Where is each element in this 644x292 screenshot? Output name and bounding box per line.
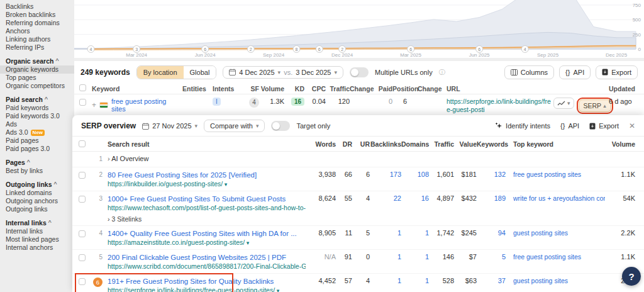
sidebar-item-ads[interactable]: Ads (0, 120, 74, 128)
col-value[interactable]: Value (454, 140, 477, 148)
col-backlinks[interactable]: Backlinks (370, 140, 401, 148)
sidebar-group-header[interactable]: Organic search ^ (0, 57, 74, 65)
chevron-down-icon[interactable]: ▾ (275, 288, 279, 292)
col-dr[interactable]: DR (336, 140, 352, 148)
domains-link[interactable]: 1 (401, 277, 429, 284)
col-traffic[interactable]: Traffic (429, 140, 454, 148)
col-sf[interactable]: SF (242, 85, 259, 93)
date-range-picker[interactable]: 4 Dec 2025 ▾ vs. 3 Dec 2025 ▾ (223, 66, 343, 79)
sidebar-group-header[interactable]: Outgoing links ^ (0, 181, 74, 189)
backlinks-link[interactable]: 1 (370, 277, 401, 284)
domains-link[interactable]: 16 (401, 194, 429, 202)
serp-export-button[interactable]: Export (589, 122, 619, 130)
col-top-keyword[interactable]: Top keyword (506, 140, 605, 148)
keywords-link[interactable]: 94 (477, 229, 506, 237)
sidebar-item-anchors[interactable]: Anchors (0, 27, 74, 35)
sidebar-item-organic-keywords[interactable]: Organic keywords (0, 65, 74, 74)
api-button[interactable]: {} API (559, 65, 591, 79)
sidebar-item-most-linked-pages[interactable]: Most linked pages (0, 235, 74, 244)
row-checkbox[interactable] (79, 172, 86, 179)
keywords-link[interactable]: 132 (477, 171, 506, 178)
sidebar-item-internal-links[interactable]: Internal links (0, 227, 74, 235)
add-icon[interactable]: + (92, 101, 96, 110)
col-ur[interactable]: UR (352, 140, 370, 148)
col-keyword[interactable]: Keyword (92, 85, 182, 93)
col-paid[interactable]: Paid (372, 85, 392, 93)
sidebar-item-broken-backlinks[interactable]: Broken backlinks (0, 11, 74, 19)
col-intents[interactable]: Intents (213, 85, 242, 93)
col-change[interactable]: Change (350, 85, 372, 93)
position-history-button[interactable]: ▾ (553, 98, 574, 109)
sidebar-item-linked-domains[interactable]: Linked domains (0, 189, 74, 197)
result-url-link[interactable]: https://linkbuilder.io/guest-posting-sit… (108, 180, 223, 188)
sidebar-item-outgoing-anchors[interactable]: Outgoing anchors (0, 197, 74, 205)
result-url-link[interactable]: https://www.techasoft.com/post/list-of-g… (108, 204, 306, 211)
col-position[interactable]: Position (392, 85, 418, 93)
sidebar-item-paid-keywords-3-0[interactable]: Paid keywords 3.0 (0, 112, 74, 120)
sidebar-item-internal-anchors[interactable]: Internal anchors (0, 244, 74, 252)
identify-intents-button[interactable]: Identify intents (495, 122, 550, 130)
col-volume[interactable]: Volume (605, 140, 635, 148)
result-url-link[interactable]: https://www.scribd.com/document/86589881… (108, 262, 306, 270)
top-keyword-link[interactable]: free guest posting sites (506, 253, 605, 261)
top-keyword-link[interactable]: free guest posting sites (506, 171, 605, 178)
by-location-tab[interactable]: By location (137, 66, 184, 79)
sidebar-item-paid-keywords[interactable]: Paid keywords (0, 104, 74, 112)
result-url-link[interactable]: https://amazeinstitute.co.in/guest-posti… (108, 239, 245, 246)
backlinks-link[interactable]: 1 (370, 229, 401, 237)
sidebar-item-linking-authors[interactable]: Linking authors (0, 35, 74, 43)
sidebar-item-paid-pages-3-0[interactable]: Paid pages 3.0 (0, 145, 74, 153)
sidebar-item-outgoing-links[interactable]: Outgoing links (0, 205, 74, 213)
col-words[interactable]: Words (306, 140, 336, 148)
sidebar-item-ads-3-0[interactable]: Ads 3.0New (0, 128, 74, 137)
top-keyword-link[interactable]: guest posting sites (506, 229, 605, 237)
top-keyword-link[interactable]: guest posting sites (506, 277, 605, 284)
keywords-link[interactable]: 37 (477, 277, 506, 284)
col-traffic[interactable]: Traffic (326, 85, 350, 93)
sidebar-item-backlinks[interactable]: Backlinks (0, 3, 74, 11)
close-icon[interactable]: ✕ (629, 121, 635, 130)
result-title-link[interactable]: 80 Free Guest Posting Sites for 2025 [Ve… (108, 171, 306, 179)
col-domains[interactable]: Domains (401, 140, 429, 148)
sidebar-item-referring-domains[interactable]: Referring domains (0, 19, 74, 27)
serp-api-button[interactable]: {} API (560, 122, 579, 130)
chevron-down-icon[interactable]: ▾ (245, 240, 249, 246)
result-url-link[interactable]: https://serpforge.io/link-buildings/free… (447, 98, 551, 113)
ai-overview-label[interactable]: AI Overview (111, 155, 148, 162)
domains-link[interactable]: 1 (401, 253, 429, 261)
columns-button[interactable]: Columns (504, 65, 554, 79)
multiple-urls-toggle[interactable] (350, 67, 369, 77)
col-entities[interactable]: Entities (182, 85, 213, 93)
compare-with-button[interactable]: Compare with ▾ (204, 120, 265, 132)
col-kd[interactable]: KD (284, 85, 304, 93)
result-title-link[interactable]: 1000+ Free Guest Posting Sites To Submit… (108, 194, 306, 203)
domains-link[interactable]: 108 (401, 171, 429, 178)
serp-features-badge[interactable]: 4 (249, 98, 259, 108)
chevron-down-icon[interactable]: ▾ (223, 181, 227, 188)
col-url[interactable]: URL (440, 85, 553, 93)
target-only-toggle[interactable] (271, 121, 290, 131)
top-keyword-link[interactable]: write for us + areyoufashion com (506, 194, 605, 202)
col-change-2[interactable]: Change (418, 85, 440, 93)
col-keywords[interactable]: Keywords (477, 140, 506, 148)
sidebar-item-paid-pages[interactable]: Paid pages (0, 137, 74, 145)
col-updated[interactable]: Updated (606, 85, 639, 93)
keyword-link[interactable]: free guest posting sites (111, 98, 182, 113)
result-url-link[interactable]: https://serpforge.io/link-buildings/free… (108, 286, 275, 292)
domains-link[interactable]: 1 (401, 229, 429, 237)
sidebar-group-header[interactable]: Pages ^ (0, 159, 74, 167)
sitelinks-toggle[interactable]: › 3 Sitelinks (108, 215, 306, 223)
sidebar-item-referring-ips[interactable]: Referring IPs (0, 43, 74, 52)
result-title-link[interactable]: 200 Final Clickable Guest Posting Websit… (108, 253, 306, 262)
col-volume[interactable]: Volume (259, 85, 284, 93)
sidebar-item-organic-competitors[interactable]: Organic competitors (0, 82, 74, 90)
sidebar-item-top-pages[interactable]: Top pages (0, 74, 74, 82)
row-checkbox[interactable] (79, 99, 86, 106)
help-button[interactable]: ? (622, 267, 641, 286)
backlinks-link[interactable]: 22 (370, 194, 401, 202)
result-title-link[interactable]: 191+ Free Guest Posting Sites for Qualit… (108, 277, 306, 286)
sidebar-group-header[interactable]: Paid search ^ (0, 96, 74, 104)
export-button[interactable]: Export (596, 65, 638, 79)
row-checkbox[interactable] (79, 254, 86, 261)
row-checkbox[interactable] (79, 230, 86, 237)
